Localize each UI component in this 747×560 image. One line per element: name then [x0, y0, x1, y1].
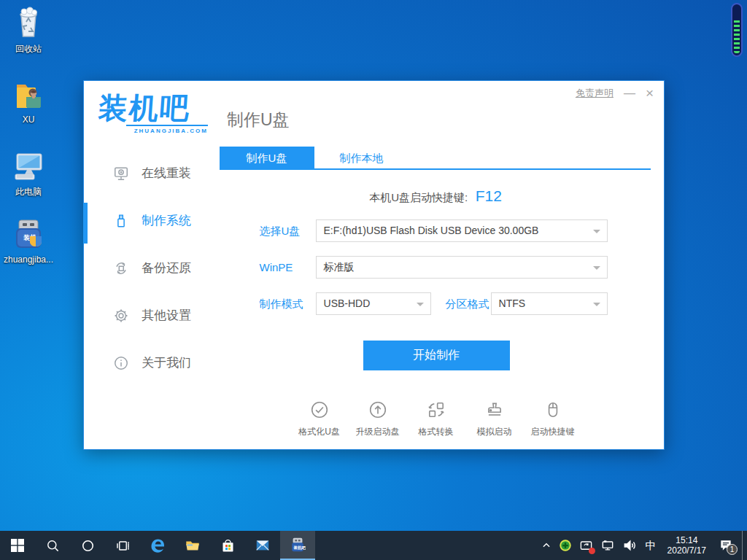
action-center-button[interactable]: 1 [712, 531, 742, 560]
tool-format-convert[interactable]: 格式转换 [407, 400, 465, 438]
winpe-select-label: WinPE [260, 256, 293, 279]
file-explorer-button[interactable] [175, 531, 210, 560]
svg-text:装机吧: 装机吧 [293, 545, 306, 551]
winpe-select-dropdown[interactable]: 标准版 [316, 256, 608, 279]
search-icon [46, 539, 60, 553]
clock-time: 15:14 [667, 535, 706, 545]
store-button[interactable] [210, 531, 245, 560]
window-body: 在线重装 制作系统 [84, 147, 664, 451]
mail-button[interactable] [245, 531, 280, 560]
tool-label: 启动快捷键 [524, 426, 582, 438]
usb-drive-icon [113, 213, 129, 229]
edge-button[interactable] [140, 531, 175, 560]
partition-select-label: 分区格式 [446, 292, 489, 315]
boot-hotkey-line: 本机U盘启动快捷键: F12 [220, 187, 652, 205]
tab-strip: 制作U盘 制作本地 [220, 147, 651, 170]
winpe-select-value: 标准版 [324, 261, 355, 273]
tray-network-icon[interactable] [597, 531, 619, 560]
mode-select-label: 制作模式 [260, 292, 303, 315]
windows-logo-icon [11, 539, 24, 552]
recycle-bin-icon [11, 6, 46, 41]
sidebar-item-label: 在线重装 [142, 165, 191, 182]
sidebar-item-backup-restore[interactable]: 备份还原 [84, 244, 220, 292]
mouse-icon [543, 400, 562, 419]
desktop-icon-label: 回收站 [0, 43, 57, 55]
tool-label: 模拟启动 [465, 426, 524, 438]
sidebar-item-about-us[interactable]: 关于我们 [84, 339, 220, 386]
desktop-icon-zhuangjiba[interactable]: 装机 zhuangjiba... [0, 217, 57, 265]
desktop-icon-this-pc[interactable]: 此电脑 [0, 149, 57, 198]
user-folder-icon [11, 77, 46, 112]
sidebar-item-make-system[interactable]: 制作系统 [84, 197, 220, 244]
cortana-button[interactable] [70, 531, 105, 560]
gear-icon [113, 308, 129, 324]
chevron-down-icon [593, 230, 600, 233]
ime-indicator[interactable]: 中 [640, 531, 662, 560]
edge-icon [149, 537, 166, 554]
desktop-icon-label: XU [0, 114, 57, 125]
desktop: 回收站 XU 此电脑 [0, 0, 747, 560]
window-controls: 免责声明 — × [576, 87, 654, 100]
chevron-down-icon [593, 303, 600, 306]
mode-select-dropdown[interactable]: USB-HDD [316, 292, 431, 315]
tool-upgrade-boot-disk[interactable]: 升级启动盘 [349, 400, 407, 438]
boot-hotkey-value: F12 [476, 187, 502, 204]
start-make-button[interactable]: 开始制作 [363, 341, 510, 370]
sidebar-item-label: 备份还原 [142, 260, 191, 276]
partition-select-dropdown[interactable]: NTFS [491, 292, 608, 315]
desktop-icon-label: zhuangjiba... [0, 254, 57, 265]
sidebar-item-online-reinstall[interactable]: 在线重装 [84, 149, 220, 197]
mail-icon [255, 537, 271, 553]
minimize-button[interactable]: — [624, 88, 635, 99]
tool-label: 升级启动盘 [349, 426, 407, 438]
start-button[interactable] [0, 531, 35, 560]
info-icon [113, 355, 129, 371]
tool-simulate-boot[interactable]: 模拟启动 [465, 400, 524, 438]
sidebar-item-label: 其他设置 [142, 307, 191, 324]
sidebar-item-label: 关于我们 [142, 354, 191, 371]
this-pc-icon [11, 149, 46, 184]
monitor-reinstall-icon [113, 166, 129, 182]
tab-make-local[interactable]: 制作本地 [314, 147, 409, 170]
boot-hotkey-label: 本机U盘启动快捷键: [369, 191, 468, 203]
backup-restore-icon [113, 260, 129, 276]
tool-format-usb[interactable]: 格式化U盘 [290, 400, 349, 438]
level-meter-widget [731, 3, 743, 57]
tool-boot-hotkey[interactable]: 启动快捷键 [524, 400, 582, 438]
taskbar: 装机吧 [0, 531, 747, 560]
tray-chevron-up-icon[interactable] [538, 531, 555, 560]
stamp-icon [485, 400, 504, 419]
level-meter-bars [734, 18, 740, 53]
tray-volume-icon[interactable] [619, 531, 640, 560]
app-logo-domain: ZHUANGJIBA.COM [126, 125, 208, 134]
task-view-button[interactable] [105, 531, 140, 560]
taskbar-search-button[interactable] [35, 531, 70, 560]
tray-screencap-icon[interactable] [576, 531, 597, 560]
file-explorer-icon [185, 537, 201, 553]
sidebar-item-label: 制作系统 [142, 212, 191, 229]
desktop-icon-recycle-bin[interactable]: 回收站 [0, 6, 57, 55]
store-icon [220, 538, 236, 553]
disclaimer-link[interactable]: 免责声明 [576, 87, 614, 100]
desktop-icon-user-folder[interactable]: XU [0, 77, 57, 125]
tray-antivirus-icon[interactable] [555, 531, 576, 560]
app-logo-text: 装机吧 [97, 91, 209, 125]
close-button[interactable]: × [646, 88, 654, 99]
page-title: 制作U盘 [227, 109, 290, 131]
arrow-up-circle-icon [368, 400, 387, 419]
show-desktop-button[interactable] [742, 531, 747, 560]
chevron-down-icon [593, 266, 600, 270]
taskbar-zhuangjiba-app[interactable]: 装机吧 [280, 531, 315, 560]
usb-select-label: 选择U盘 [260, 219, 301, 242]
zhuangjiba-app-icon: 装机 [11, 217, 46, 252]
tool-label: 格式化U盘 [290, 426, 349, 438]
zhuangjiba-window: 装机吧 ZHUANGJIBA.COM 制作U盘 免责声明 — × [83, 80, 665, 450]
tab-make-usb[interactable]: 制作U盘 [220, 147, 314, 170]
task-view-icon [116, 539, 130, 553]
sidebar-item-other-settings[interactable]: 其他设置 [84, 292, 220, 339]
usb-select-dropdown[interactable]: E:F:(hd1)USB Flash Disk USB Device 30.00… [316, 219, 608, 242]
tool-label: 格式转换 [407, 426, 465, 438]
taskbar-clock[interactable]: 15:14 2020/7/17 [662, 535, 712, 556]
convert-icon [427, 400, 446, 419]
app-logo: 装机吧 ZHUANGJIBA.COM [98, 91, 208, 134]
